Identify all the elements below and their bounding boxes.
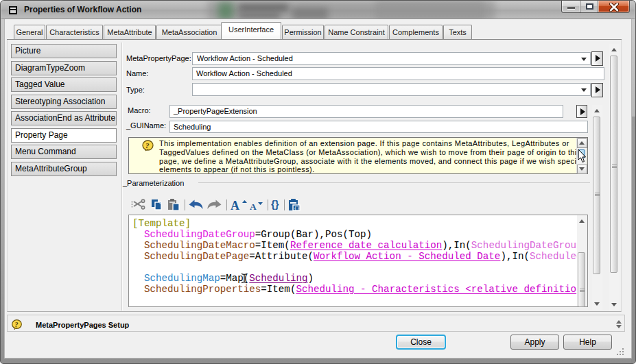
svg-text:A: A: [250, 202, 257, 211]
svg-text:?: ?: [145, 141, 150, 149]
svg-text:{}: {}: [294, 206, 300, 211]
svg-text:A: A: [231, 199, 239, 211]
svg-text:?: ?: [14, 321, 18, 328]
